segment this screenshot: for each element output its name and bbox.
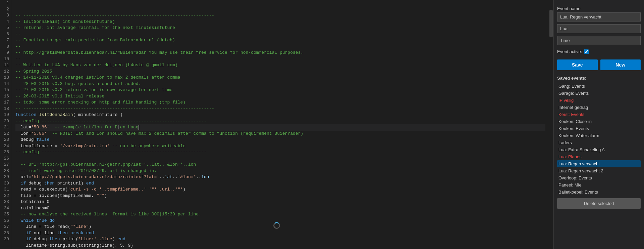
code-line-21: debug=false: [15, 137, 545, 143]
code-line-20: lon='5.86' -- NOTE: lat and lon should h…: [15, 131, 545, 137]
code-line-26: -- isn't working sice 2016/08/29: url is…: [15, 168, 545, 174]
event-list-item[interactable]: Keuken: Close-in: [557, 118, 641, 125]
code-line-14: -- 26-03-2015 v0.1 Initial release: [15, 93, 545, 100]
code-line-30: file = io.open(tempfilename, "r"): [15, 193, 545, 199]
action-buttons: Save New: [557, 59, 641, 70]
line-numbers: 1234567891011121314151617181920212223242…: [0, 0, 12, 249]
code-line-17: function IsItGonnaRain( minutesinfuture …: [15, 112, 545, 118]
code-line-18: -- config ------------------------------…: [15, 118, 545, 125]
code-content[interactable]: -- -------------------------------------…: [12, 0, 549, 249]
event-list-item[interactable]: Laders: [557, 139, 641, 146]
saved-events-label: Saved events:: [557, 76, 641, 81]
event-list-item[interactable]: Lua: Extra Schakeling A: [557, 146, 641, 153]
code-line-3: -- returns: int avarage rainfall for the…: [15, 25, 545, 31]
event-list-item[interactable]: Keuken: Events: [557, 125, 641, 132]
event-name-label: Event name:: [557, 6, 641, 11]
delete-selected-button[interactable]: Delete selected: [557, 198, 641, 209]
code-editor: 1234567891011121314151617181920212223242…: [0, 0, 553, 249]
code-line-32: rainlines=0: [15, 205, 545, 212]
event-list-item[interactable]: Paneel: Mie: [557, 181, 641, 189]
code-line-36: if not line then break end: [15, 230, 545, 237]
right-panel: Event name: Event active: Save New Saved…: [553, 0, 644, 249]
code-line-5: -- Function to get rain prediction from …: [15, 37, 545, 44]
code-line-24: [15, 156, 545, 162]
code-line-6: --: [15, 44, 545, 50]
code-line-38: linetime=string.sub(tostring(line), 5, 9…: [15, 243, 545, 249]
event-list-item[interactable]: Lua: Regen verwacht: [557, 160, 641, 167]
event-list-item[interactable]: Balletkoebel: Events: [557, 189, 641, 196]
code-line-4: --: [15, 31, 545, 38]
code-line-29: read = os.execute('curl -s -o '..tempfil…: [15, 186, 545, 193]
code-line-31: totalrain=0: [15, 199, 545, 205]
event-list-item[interactable]: IP veilig: [557, 97, 641, 104]
code-line-9: -- Written in LUA by Hans van der Heijde…: [15, 62, 545, 69]
code-line-25: -- url='http://gps.buienradar.nl/getrr.p…: [15, 162, 545, 168]
code-line-13: -- 27-03-2015 v0.2 return value is now a…: [15, 87, 545, 93]
code-line-23: -- config ------------------------------…: [15, 149, 545, 156]
code-line-28: if debug then print(url) end: [15, 180, 545, 187]
code-line-34: while true do: [15, 218, 545, 224]
event-list-item[interactable]: Overloop: Events: [557, 174, 641, 181]
code-line-10: -- Spring 2015: [15, 69, 545, 75]
event-active-checkbox[interactable]: [584, 49, 589, 54]
event-list-item[interactable]: Lua: Regen verwacht 2: [557, 167, 641, 174]
code-line-15: -- todo: some error checking on http and…: [15, 99, 545, 106]
code-line-12: -- 28-03-2015 v0.3 bug: quotes around ur…: [15, 81, 545, 87]
code-line-11: -- 14-11-2016 v0.4 changed lat/lon to ma…: [15, 75, 545, 81]
code-line-7: -- http://gratisweerdata.buienradar.nl/#…: [15, 50, 545, 56]
time-input[interactable]: [557, 36, 641, 45]
events-list: Gang: EventsGarage: EventsIP veiligInter…: [557, 83, 641, 196]
language-input[interactable]: [557, 24, 641, 33]
scroll-track[interactable]: [549, 0, 553, 249]
loading-spinner: [273, 222, 280, 229]
new-button[interactable]: New: [600, 59, 641, 70]
scroll-thumb[interactable]: [549, 10, 553, 37]
code-line-27: url='http://gadgets.buienradar.nl/data/r…: [15, 174, 545, 180]
code-line-37: if debug then print('Line:'..line) end: [15, 236, 545, 243]
event-active-label: Event active:: [557, 49, 582, 54]
code-line-19: lat='50.86' -- example lat/lon for D|en …: [15, 124, 545, 131]
event-list-item[interactable]: Gang: Events: [557, 83, 641, 90]
code-line-8: --: [15, 56, 545, 63]
code-line-16: -- -------------------------------------…: [15, 106, 545, 112]
code-line-2: -- IsItGonnaRain( int minutesinfuture): [15, 19, 545, 25]
code-line-1: -- -------------------------------------…: [15, 12, 545, 19]
event-name-input[interactable]: [557, 12, 641, 22]
code-lines: -- -------------------------------------…: [15, 0, 545, 249]
event-active-row: Event active:: [557, 49, 641, 54]
event-list-item[interactable]: Keuken: Water alarm: [557, 132, 641, 139]
event-list-item[interactable]: Internet gedrag: [557, 104, 641, 111]
event-list-item[interactable]: Kerst: Events: [557, 111, 641, 118]
save-button[interactable]: Save: [557, 59, 598, 70]
code-line-35: line = file:read("*line"): [15, 224, 545, 230]
event-list-item[interactable]: Garage: Events: [557, 90, 641, 97]
event-list-item[interactable]: Lua: Planes: [557, 153, 641, 160]
code-line-22: tempfilename = '/var/tmp/rain.tmp' -- ca…: [15, 143, 545, 150]
code-line-33: -- now analyse the received lines, forma…: [15, 211, 545, 218]
